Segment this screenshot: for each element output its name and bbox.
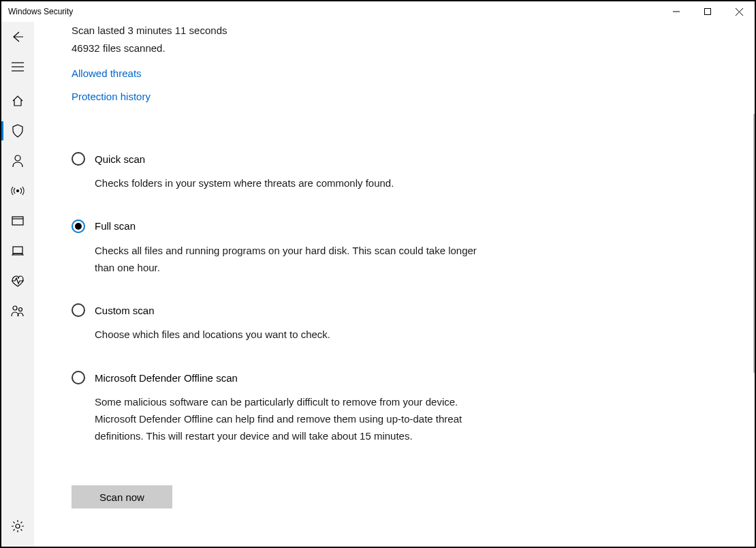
scan-files: 46932 files scanned. — [72, 40, 755, 57]
close-button[interactable] — [723, 1, 755, 22]
nav-firewall[interactable] — [1, 176, 34, 206]
option-desc: Checks folders in your system where thre… — [95, 175, 490, 192]
option-desc: Choose which files and locations you wan… — [95, 326, 490, 344]
svg-point-14 — [16, 524, 20, 528]
nav-account-protection[interactable] — [1, 146, 34, 176]
nav-home[interactable] — [1, 86, 34, 116]
minimize-button[interactable] — [661, 1, 692, 22]
scan-options: Quick scan Checks folders in your system… — [72, 152, 755, 508]
window-controls — [661, 1, 755, 22]
svg-point-12 — [13, 306, 17, 310]
option-desc: Some malicious software can be particula… — [95, 394, 490, 444]
option-title: Full scan — [95, 220, 136, 232]
option-quick-scan: Quick scan Checks folders in your system… — [72, 152, 494, 192]
window-title: Windows Security — [8, 7, 73, 16]
scan-duration: Scan lasted 3 minutes 11 seconds — [72, 22, 755, 40]
back-button[interactable] — [1, 22, 34, 52]
option-title: Quick scan — [95, 153, 145, 165]
svg-point-13 — [19, 308, 22, 311]
option-desc: Checks all files and running programs on… — [95, 243, 490, 277]
sidebar — [1, 22, 34, 547]
scan-summary: Scan lasted 3 minutes 11 seconds 46932 f… — [72, 22, 755, 57]
maximize-button[interactable] — [692, 1, 723, 22]
radio-quick-scan[interactable]: Quick scan — [72, 152, 494, 166]
option-offline-scan: Microsoft Defender Offline scan Some mal… — [72, 371, 494, 444]
option-title: Custom scan — [95, 305, 155, 316]
nav-settings[interactable] — [1, 511, 34, 541]
svg-point-7 — [15, 155, 20, 161]
radio-icon — [72, 152, 85, 166]
svg-rect-9 — [12, 217, 23, 225]
svg-rect-1 — [705, 9, 711, 15]
nav-app-browser[interactable] — [1, 206, 34, 236]
svg-rect-11 — [13, 247, 22, 254]
option-full-scan: Full scan Checks all files and running p… — [72, 219, 494, 277]
radio-offline-scan[interactable]: Microsoft Defender Offline scan — [72, 371, 494, 384]
protection-history-link[interactable]: Protection history — [72, 91, 151, 102]
radio-icon — [72, 303, 85, 317]
option-title: Microsoft Defender Offline scan — [95, 372, 238, 384]
titlebar: Windows Security — [1, 1, 755, 22]
scrollbar-indicator[interactable] — [753, 114, 755, 373]
nav-family-options[interactable] — [1, 296, 34, 326]
main-content: Scan lasted 3 minutes 11 seconds 46932 f… — [34, 22, 755, 547]
hamburger-menu-button[interactable] — [1, 52, 34, 82]
svg-point-8 — [17, 190, 19, 192]
radio-full-scan[interactable]: Full scan — [72, 219, 494, 233]
option-custom-scan: Custom scan Choose which files and locat… — [72, 303, 494, 344]
radio-icon — [72, 371, 85, 384]
radio-icon — [72, 219, 85, 233]
nav-device-security[interactable] — [1, 236, 34, 266]
allowed-threats-link[interactable]: Allowed threats — [72, 67, 142, 79]
radio-custom-scan[interactable]: Custom scan — [72, 303, 494, 317]
nav-device-performance[interactable] — [1, 266, 34, 296]
nav-virus-protection[interactable] — [1, 116, 34, 146]
scan-now-button[interactable]: Scan now — [72, 485, 172, 508]
